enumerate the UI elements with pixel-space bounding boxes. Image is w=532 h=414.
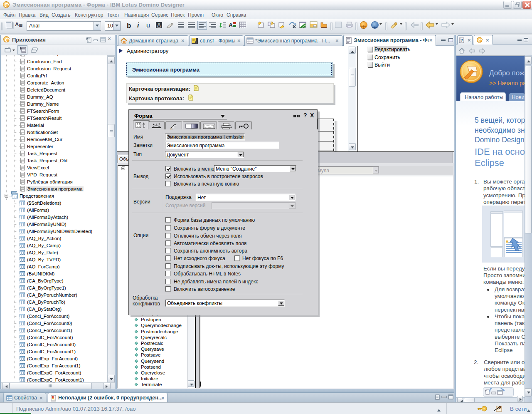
- svg-text:A: A: [229, 22, 233, 28]
- svg-text:?: ?: [461, 38, 463, 43]
